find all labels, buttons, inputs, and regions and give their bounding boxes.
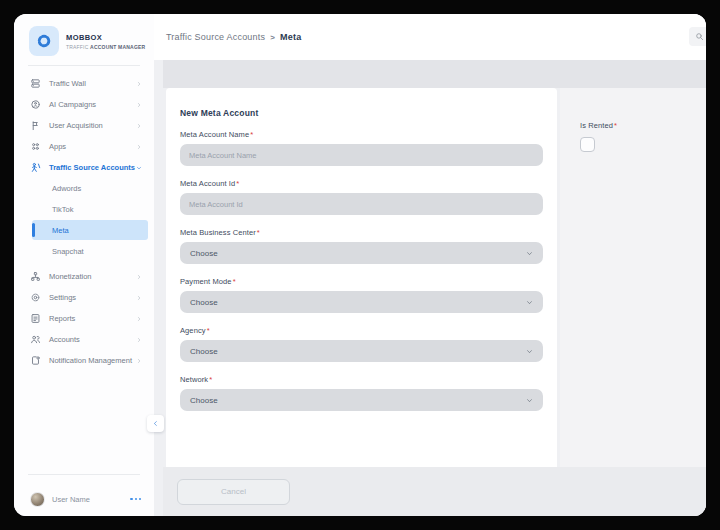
search-icon — [695, 32, 704, 41]
sidebar-item-label: Apps — [49, 142, 136, 151]
is-rented-checkbox[interactable] — [580, 137, 595, 152]
sidebar-item-label: User Acquisition — [49, 121, 136, 130]
logo-subtitle-bold: ACCOUNT MANAGER — [90, 44, 145, 50]
person-road-icon — [30, 162, 41, 173]
sidebar-item-label: Settings — [49, 293, 136, 302]
sidebar-item-user-acquisition[interactable]: User Acquisition — [14, 115, 154, 136]
field-label: Network* — [180, 375, 543, 384]
sitemap-icon — [30, 271, 41, 282]
breadcrumb: Traffic Source Accounts>Meta — [166, 32, 301, 42]
sidebar-item-label: Adwords — [52, 184, 81, 193]
network-select[interactable]: Choose — [180, 389, 543, 411]
sidebar-item-apps[interactable]: Apps — [14, 136, 154, 157]
users-icon — [30, 334, 41, 345]
sidebar-item-notification-management[interactable]: Notification Management — [14, 350, 154, 371]
sidebar-collapse-button[interactable] — [147, 415, 164, 432]
content-top-band — [163, 60, 706, 88]
segmented-ring-icon — [29, 26, 59, 56]
field-label: Is Rented* — [580, 121, 706, 130]
sidebar-item-tiktok[interactable]: TikTok — [32, 199, 148, 219]
sidebar-item-reports[interactable]: Reports — [14, 308, 154, 329]
chevron-down-icon — [526, 250, 533, 257]
sidebar-item-traffic-source-accounts[interactable]: Traffic Source Accounts — [14, 157, 154, 178]
sidebar-item-label: Monetization — [49, 272, 136, 281]
ellipsis-icon[interactable] — [130, 498, 141, 500]
flag-icon — [30, 120, 41, 131]
chevron-right-icon — [136, 316, 142, 322]
form-title: New Meta Account — [180, 108, 543, 118]
sidebar-item-label: Traffic Source Accounts — [49, 163, 136, 172]
chevron-right-icon — [136, 123, 142, 129]
logo-subtitle-light: TRAFFIC — [66, 44, 89, 50]
sidebar-item-monetization[interactable]: Monetization — [14, 266, 154, 287]
select-value: Choose — [190, 298, 526, 307]
field-label: Payment Mode* — [180, 277, 543, 286]
page-header: Traffic Source Accounts>Meta — [154, 14, 706, 60]
notification-icon — [30, 355, 41, 366]
cancel-button[interactable]: Cancel — [177, 479, 290, 505]
sidebar-divider-top — [28, 65, 140, 66]
chevron-right-icon — [136, 295, 142, 301]
sidebar-item-meta[interactable]: Meta — [32, 220, 148, 240]
chevron-right-icon — [136, 102, 142, 108]
form-field-agency: Agency*Choose — [180, 326, 543, 362]
breadcrumb-meta[interactable]: Meta — [280, 32, 301, 42]
new-meta-account-form: New Meta Account Meta Account Name*Meta … — [166, 88, 557, 467]
user-name: User Name — [52, 495, 123, 504]
sidebar-item-label: Notification Management — [49, 356, 136, 365]
app-window: MOBBOX TRAFFIC ACCOUNT MANAGER Traffic W… — [14, 14, 706, 516]
sidebar: MOBBOX TRAFFIC ACCOUNT MANAGER Traffic W… — [14, 14, 154, 516]
chevron-right-icon — [136, 274, 142, 280]
sidebar-item-accounts[interactable]: Accounts — [14, 329, 154, 350]
search-button[interactable] — [689, 27, 706, 46]
agency-select[interactable]: Choose — [180, 340, 543, 362]
sidebar-nav: Traffic WallAI CampaignsUser Acquisition… — [14, 73, 154, 371]
report-icon — [30, 313, 41, 324]
form-field-meta-business-center: Meta Business Center*Choose — [180, 228, 543, 264]
user-menu[interactable]: User Name — [14, 482, 154, 516]
required-asterisk: * — [207, 326, 210, 335]
logo: MOBBOX TRAFFIC ACCOUNT MANAGER — [14, 14, 154, 56]
sidebar-item-label: AI Campaigns — [49, 100, 136, 109]
chevron-left-icon — [152, 420, 159, 427]
sidebar-item-traffic-wall[interactable]: Traffic Wall — [14, 73, 154, 94]
sidebar-item-label: Traffic Wall — [49, 79, 136, 88]
form-field-is-rented: Is Rented* — [580, 121, 706, 152]
sidebar-item-label: TikTok — [52, 205, 73, 214]
form-field-meta-account-id: Meta Account Id* — [180, 179, 543, 215]
form-fields: Meta Account Name*Meta Account Id*Meta B… — [180, 130, 543, 411]
meta-account-id-input[interactable] — [180, 193, 543, 215]
server-icon — [30, 78, 41, 89]
avatar — [30, 492, 45, 507]
breadcrumb-traffic-source-accounts[interactable]: Traffic Source Accounts — [166, 32, 265, 42]
field-label: Meta Account Id* — [180, 179, 543, 188]
sidebar-item-adwords[interactable]: Adwords — [32, 178, 148, 198]
chevron-down-icon — [526, 348, 533, 355]
sidebar-footer: User Name — [14, 465, 154, 516]
logo-subtitle: TRAFFIC ACCOUNT MANAGER — [66, 44, 145, 50]
payment-mode-select[interactable]: Choose — [180, 291, 543, 313]
chevron-right-icon — [136, 358, 142, 364]
form-field-network: Network*Choose — [180, 375, 543, 411]
sidebar-item-ai-campaigns[interactable]: AI Campaigns — [14, 94, 154, 115]
sidebar-item-snapchat[interactable]: Snapchat — [32, 241, 148, 261]
sidebar-item-label: Meta — [52, 226, 69, 235]
select-value: Choose — [190, 347, 526, 356]
field-label: Agency* — [180, 326, 543, 335]
sidebar-item-label: Reports — [49, 314, 136, 323]
required-asterisk: * — [233, 277, 236, 286]
required-asterisk: * — [236, 179, 239, 188]
logo-title: MOBBOX — [66, 33, 145, 42]
chevron-right-icon — [136, 81, 142, 87]
chevron-right-icon — [136, 337, 142, 343]
sidebar-item-label: Accounts — [49, 335, 136, 344]
sidebar-item-label: Snapchat — [52, 247, 84, 256]
sidebar-item-settings[interactable]: Settings — [14, 287, 154, 308]
chevron-down-icon — [526, 299, 533, 306]
meta-account-name-input[interactable] — [180, 144, 543, 166]
required-asterisk: * — [209, 375, 212, 384]
meta-business-center-select[interactable]: Choose — [180, 242, 543, 264]
field-label: Meta Business Center* — [180, 228, 543, 237]
chevron-down-icon — [136, 165, 142, 171]
required-asterisk: * — [250, 130, 253, 139]
